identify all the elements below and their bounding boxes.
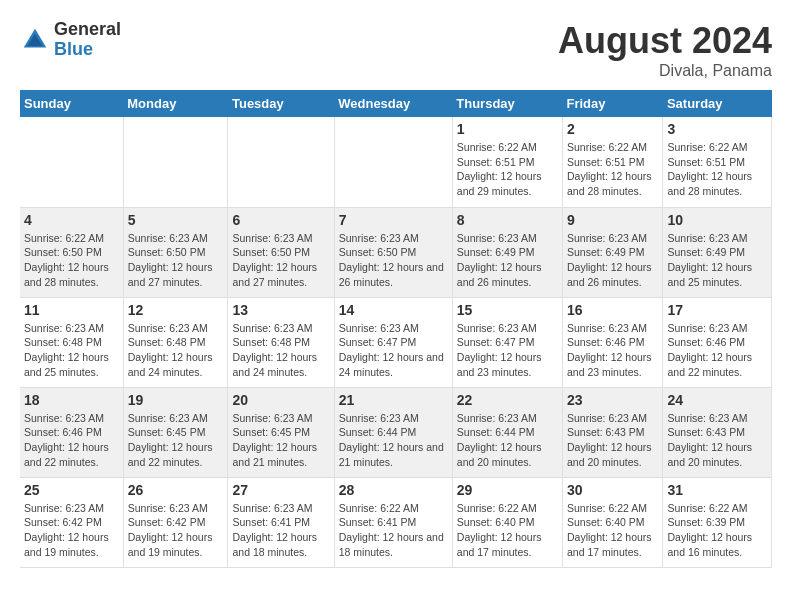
day-number: 21 <box>339 392 448 408</box>
day-info: Sunrise: 6:23 AMSunset: 6:43 PMDaylight:… <box>567 411 658 470</box>
day-number: 19 <box>128 392 224 408</box>
calendar-cell: 8Sunrise: 6:23 AMSunset: 6:49 PMDaylight… <box>452 207 562 297</box>
week-row: 11Sunrise: 6:23 AMSunset: 6:48 PMDayligh… <box>20 297 772 387</box>
title-block: August 2024 Divala, Panama <box>558 20 772 80</box>
day-number: 13 <box>232 302 329 318</box>
day-info: Sunrise: 6:23 AMSunset: 6:44 PMDaylight:… <box>339 411 448 470</box>
week-row: 1Sunrise: 6:22 AMSunset: 6:51 PMDaylight… <box>20 117 772 207</box>
calendar-cell <box>334 117 452 207</box>
day-info: Sunrise: 6:23 AMSunset: 6:47 PMDaylight:… <box>339 321 448 380</box>
day-number: 20 <box>232 392 329 408</box>
day-info: Sunrise: 6:22 AMSunset: 6:40 PMDaylight:… <box>457 501 558 560</box>
calendar-cell: 26Sunrise: 6:23 AMSunset: 6:42 PMDayligh… <box>123 477 228 567</box>
day-info: Sunrise: 6:23 AMSunset: 6:42 PMDaylight:… <box>24 501 119 560</box>
week-row: 18Sunrise: 6:23 AMSunset: 6:46 PMDayligh… <box>20 387 772 477</box>
logo: General Blue <box>20 20 121 60</box>
day-number: 5 <box>128 212 224 228</box>
day-number: 9 <box>567 212 658 228</box>
calendar-cell: 23Sunrise: 6:23 AMSunset: 6:43 PMDayligh… <box>562 387 662 477</box>
day-info: Sunrise: 6:23 AMSunset: 6:47 PMDaylight:… <box>457 321 558 380</box>
subtitle: Divala, Panama <box>558 62 772 80</box>
page-header: General Blue August 2024 Divala, Panama <box>20 20 772 80</box>
calendar-cell: 15Sunrise: 6:23 AMSunset: 6:47 PMDayligh… <box>452 297 562 387</box>
day-info: Sunrise: 6:23 AMSunset: 6:44 PMDaylight:… <box>457 411 558 470</box>
calendar-cell: 25Sunrise: 6:23 AMSunset: 6:42 PMDayligh… <box>20 477 123 567</box>
day-number: 6 <box>232 212 329 228</box>
day-info: Sunrise: 6:23 AMSunset: 6:45 PMDaylight:… <box>128 411 224 470</box>
day-number: 17 <box>667 302 767 318</box>
day-info: Sunrise: 6:22 AMSunset: 6:51 PMDaylight:… <box>667 140 767 199</box>
day-info: Sunrise: 6:23 AMSunset: 6:43 PMDaylight:… <box>667 411 767 470</box>
calendar-cell: 22Sunrise: 6:23 AMSunset: 6:44 PMDayligh… <box>452 387 562 477</box>
day-info: Sunrise: 6:23 AMSunset: 6:49 PMDaylight:… <box>667 231 767 290</box>
calendar-cell: 6Sunrise: 6:23 AMSunset: 6:50 PMDaylight… <box>228 207 334 297</box>
logo-blue-text: Blue <box>54 40 121 60</box>
day-info: Sunrise: 6:23 AMSunset: 6:42 PMDaylight:… <box>128 501 224 560</box>
day-number: 2 <box>567 121 658 137</box>
day-number: 31 <box>667 482 767 498</box>
calendar-cell: 27Sunrise: 6:23 AMSunset: 6:41 PMDayligh… <box>228 477 334 567</box>
day-info: Sunrise: 6:23 AMSunset: 6:49 PMDaylight:… <box>567 231 658 290</box>
week-row: 25Sunrise: 6:23 AMSunset: 6:42 PMDayligh… <box>20 477 772 567</box>
header-tuesday: Tuesday <box>228 90 334 117</box>
day-info: Sunrise: 6:22 AMSunset: 6:39 PMDaylight:… <box>667 501 767 560</box>
calendar-cell: 7Sunrise: 6:23 AMSunset: 6:50 PMDaylight… <box>334 207 452 297</box>
day-info: Sunrise: 6:23 AMSunset: 6:45 PMDaylight:… <box>232 411 329 470</box>
day-number: 15 <box>457 302 558 318</box>
calendar-cell: 28Sunrise: 6:22 AMSunset: 6:41 PMDayligh… <box>334 477 452 567</box>
calendar-cell: 21Sunrise: 6:23 AMSunset: 6:44 PMDayligh… <box>334 387 452 477</box>
calendar-cell: 9Sunrise: 6:23 AMSunset: 6:49 PMDaylight… <box>562 207 662 297</box>
calendar-cell: 18Sunrise: 6:23 AMSunset: 6:46 PMDayligh… <box>20 387 123 477</box>
day-number: 3 <box>667 121 767 137</box>
calendar-cell <box>228 117 334 207</box>
day-number: 28 <box>339 482 448 498</box>
calendar-cell: 3Sunrise: 6:22 AMSunset: 6:51 PMDaylight… <box>663 117 772 207</box>
day-number: 30 <box>567 482 658 498</box>
calendar-cell: 11Sunrise: 6:23 AMSunset: 6:48 PMDayligh… <box>20 297 123 387</box>
calendar-cell: 13Sunrise: 6:23 AMSunset: 6:48 PMDayligh… <box>228 297 334 387</box>
calendar-cell: 17Sunrise: 6:23 AMSunset: 6:46 PMDayligh… <box>663 297 772 387</box>
calendar-cell: 1Sunrise: 6:22 AMSunset: 6:51 PMDaylight… <box>452 117 562 207</box>
day-number: 18 <box>24 392 119 408</box>
calendar-cell: 12Sunrise: 6:23 AMSunset: 6:48 PMDayligh… <box>123 297 228 387</box>
calendar-cell: 16Sunrise: 6:23 AMSunset: 6:46 PMDayligh… <box>562 297 662 387</box>
day-info: Sunrise: 6:23 AMSunset: 6:46 PMDaylight:… <box>567 321 658 380</box>
day-number: 8 <box>457 212 558 228</box>
main-title: August 2024 <box>558 20 772 62</box>
header-wednesday: Wednesday <box>334 90 452 117</box>
day-info: Sunrise: 6:23 AMSunset: 6:48 PMDaylight:… <box>128 321 224 380</box>
day-number: 22 <box>457 392 558 408</box>
calendar-cell: 29Sunrise: 6:22 AMSunset: 6:40 PMDayligh… <box>452 477 562 567</box>
day-info: Sunrise: 6:23 AMSunset: 6:46 PMDaylight:… <box>24 411 119 470</box>
header-saturday: Saturday <box>663 90 772 117</box>
calendar-cell: 30Sunrise: 6:22 AMSunset: 6:40 PMDayligh… <box>562 477 662 567</box>
day-number: 27 <box>232 482 329 498</box>
calendar-cell: 4Sunrise: 6:22 AMSunset: 6:50 PMDaylight… <box>20 207 123 297</box>
day-info: Sunrise: 6:23 AMSunset: 6:48 PMDaylight:… <box>232 321 329 380</box>
day-number: 11 <box>24 302 119 318</box>
header-thursday: Thursday <box>452 90 562 117</box>
day-number: 14 <box>339 302 448 318</box>
day-number: 16 <box>567 302 658 318</box>
calendar-cell: 2Sunrise: 6:22 AMSunset: 6:51 PMDaylight… <box>562 117 662 207</box>
calendar-cell <box>123 117 228 207</box>
day-number: 7 <box>339 212 448 228</box>
calendar-cell: 20Sunrise: 6:23 AMSunset: 6:45 PMDayligh… <box>228 387 334 477</box>
logo-general-text: General <box>54 20 121 40</box>
calendar-cell: 19Sunrise: 6:23 AMSunset: 6:45 PMDayligh… <box>123 387 228 477</box>
day-info: Sunrise: 6:23 AMSunset: 6:49 PMDaylight:… <box>457 231 558 290</box>
day-number: 1 <box>457 121 558 137</box>
day-info: Sunrise: 6:23 AMSunset: 6:48 PMDaylight:… <box>24 321 119 380</box>
day-info: Sunrise: 6:22 AMSunset: 6:51 PMDaylight:… <box>567 140 658 199</box>
week-row: 4Sunrise: 6:22 AMSunset: 6:50 PMDaylight… <box>20 207 772 297</box>
day-number: 23 <box>567 392 658 408</box>
day-number: 25 <box>24 482 119 498</box>
calendar-table: SundayMondayTuesdayWednesdayThursdayFrid… <box>20 90 772 568</box>
day-number: 10 <box>667 212 767 228</box>
day-number: 12 <box>128 302 224 318</box>
day-info: Sunrise: 6:23 AMSunset: 6:50 PMDaylight:… <box>128 231 224 290</box>
day-number: 26 <box>128 482 224 498</box>
day-info: Sunrise: 6:23 AMSunset: 6:50 PMDaylight:… <box>232 231 329 290</box>
calendar-cell: 14Sunrise: 6:23 AMSunset: 6:47 PMDayligh… <box>334 297 452 387</box>
day-number: 24 <box>667 392 767 408</box>
